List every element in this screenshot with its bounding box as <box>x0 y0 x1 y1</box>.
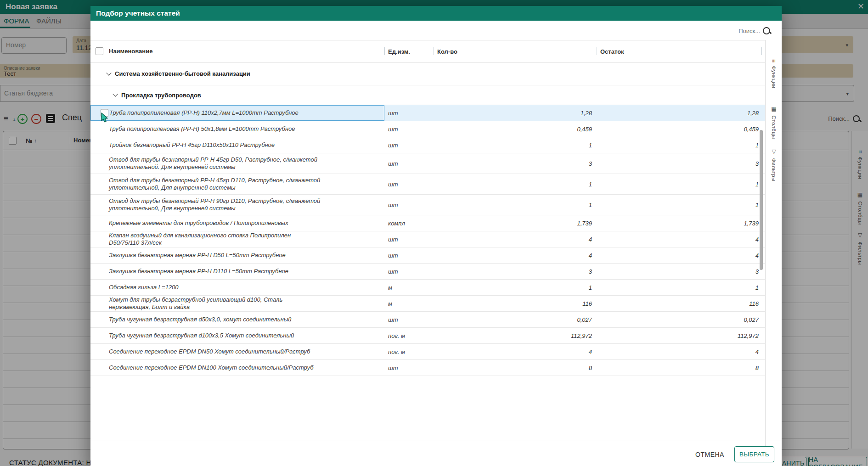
item-qty-cell: 0,459 <box>434 121 597 137</box>
item-qty-cell: 1 <box>434 195 597 215</box>
item-qty-cell: 3 <box>434 153 597 174</box>
table-row[interactable]: Клапан воздушный для канализационного ст… <box>90 231 765 247</box>
item-name-cell: Отвод для трубы безнапорный PP-H 45гр D1… <box>90 174 384 194</box>
table-row[interactable]: Заглушка безнапорная мерная PP-H D110 L=… <box>90 264 765 280</box>
item-rest-cell: 116 <box>597 296 765 311</box>
item-qty-cell: 4 <box>434 231 597 247</box>
column-name[interactable]: Наименование <box>109 48 152 55</box>
item-rest-cell: 3 <box>597 153 765 174</box>
search-icon[interactable] <box>763 27 770 34</box>
table-row[interactable]: Крепежные элементы для трубопроводов / П… <box>90 215 765 231</box>
item-qty-cell: 0,027 <box>434 312 597 327</box>
item-rest-cell: 1 <box>597 195 765 215</box>
column-rest[interactable]: Остаток <box>600 48 624 55</box>
group-name: Система хозяйственно-бытовой канализации <box>115 70 250 77</box>
functions-icon: ≡ <box>771 59 777 63</box>
item-qty-cell: 1,739 <box>434 215 597 231</box>
side-tab-filters[interactable]: ▽Фильтры <box>771 148 777 181</box>
item-qty-cell: 8 <box>434 360 597 376</box>
modal-search[interactable]: Поиск... <box>738 27 770 34</box>
item-name-cell: Труба чугунная безраструбная d50х3,0, хо… <box>90 312 384 327</box>
item-unit-cell: шт <box>384 312 434 327</box>
item-name-cell: Тройник безнапорный PP-H 45гр D110х50х11… <box>90 137 384 153</box>
item-qty-cell: 4 <box>434 247 597 263</box>
table-row[interactable]: Труба чугунная безраструбная d100х3,5 Хо… <box>90 328 765 344</box>
modal-titlebar: Подбор учетных статей <box>90 6 782 21</box>
vertical-scrollbar[interactable] <box>760 130 763 270</box>
item-name-cell: Соединение переходное EPDM DN100 Хомут с… <box>90 360 384 376</box>
select-all-checkbox[interactable] <box>96 47 103 55</box>
group-row[interactable]: Система хозяйственно-бытовой канализации <box>90 62 765 85</box>
item-name-cell: Хомут для трубы безраструбной усиливающи… <box>90 296 384 311</box>
item-name-cell: Заглушка безнапорная мерная PP-H D50 L=5… <box>90 247 384 263</box>
cursor-pointer-icon <box>101 112 109 123</box>
modal-title: Подбор учетных статей <box>96 9 180 17</box>
item-unit-cell: шт <box>384 153 434 174</box>
table-row[interactable]: Заглушка безнапорная мерная PP-H D50 L=5… <box>90 247 765 264</box>
group-row[interactable]: Прокладка трубопроводов <box>90 85 765 105</box>
modal-footer: ОТМЕНА ВЫБРАТЬ <box>90 440 782 466</box>
side-tab-columns[interactable]: ▦Столбцы <box>771 106 777 139</box>
item-rest-cell: 0,459 <box>597 121 765 137</box>
item-qty-cell: 116 <box>434 296 597 311</box>
chevron-down-icon[interactable] <box>113 91 118 96</box>
column-divider <box>384 47 385 55</box>
item-qty-cell: 112,972 <box>434 328 597 343</box>
item-name-cell: Клапан воздушный для канализационного ст… <box>90 231 384 247</box>
item-rest-cell: 3 <box>597 264 765 279</box>
cancel-button[interactable]: ОТМЕНА <box>695 451 724 458</box>
item-rest-cell: 0,027 <box>597 312 765 327</box>
item-name-cell: Обсадная гильза L=1200 <box>90 280 384 295</box>
item-rest-cell: 1,28 <box>597 105 765 121</box>
item-name-cell: Заглушка безнапорная мерная PP-H D110 L=… <box>90 264 384 279</box>
item-unit-cell: шт <box>384 174 434 194</box>
table-row[interactable]: Отвод для трубы безнапорный PP-H 45гр D5… <box>90 153 765 174</box>
table-row[interactable]: Отвод для трубы безнапорный PP-H 90гр D1… <box>90 195 765 215</box>
column-divider <box>597 47 597 55</box>
column-divider <box>434 47 434 55</box>
item-unit-cell: шт <box>384 121 434 137</box>
item-name-cell: Труба полипропиленовая (PP-H) 110х2,7мм … <box>90 105 384 121</box>
table-row[interactable]: Соединение переходное EPDM DN50 Хомут со… <box>90 344 765 360</box>
application-window: Новая заявка ✕ ФОРМА ФАЙЛЫ Номер Дата 11… <box>0 0 868 466</box>
table-row[interactable]: Труба чугунная безраструбная d50х3,0, хо… <box>90 312 765 328</box>
item-qty-cell: 4 <box>434 344 597 359</box>
item-unit-cell: пог. м <box>384 328 434 343</box>
selection-modal: Подбор учетных статей Поиск... Наименова… <box>90 6 782 466</box>
item-unit-cell: шт <box>384 247 434 263</box>
column-qty[interactable]: Кол-во <box>437 48 457 55</box>
item-rest-cell: 112,972 <box>597 328 765 343</box>
item-rest-cell: 4 <box>597 231 765 247</box>
item-unit-cell: шт <box>384 264 434 279</box>
column-divider <box>761 47 762 55</box>
item-rest-cell: 4 <box>597 247 765 263</box>
search-placeholder: Поиск... <box>738 28 760 34</box>
filters-icon: ▽ <box>771 148 777 155</box>
table-row[interactable]: Труба полипропиленовая (PP-H) 110х2,7мм … <box>90 105 765 121</box>
item-name-cell: Отвод для трубы безнапорный PP-H 90гр D1… <box>90 195 384 215</box>
table-header-row: Наименование Ед.изм. Кол-во Остаток <box>90 40 765 62</box>
chevron-down-icon[interactable] <box>106 70 111 75</box>
table-row[interactable]: Обсадная гильза L=1200м11 <box>90 280 765 296</box>
item-unit-cell: шт <box>384 195 434 215</box>
item-name-cell: Труба полипропиленовая (PP-H) 50х1,8мм L… <box>90 121 384 137</box>
group-name: Прокладка трубопроводов <box>121 92 201 99</box>
item-name-cell: Соединение переходное EPDM DN50 Хомут со… <box>90 344 384 359</box>
item-rest-cell: 1 <box>597 280 765 295</box>
items-table: Наименование Ед.изм. Кол-во Остаток Сист… <box>90 40 765 376</box>
item-unit-cell: пог. м <box>384 344 434 359</box>
column-unit[interactable]: Ед.изм. <box>388 48 410 55</box>
item-qty-cell: 1 <box>434 137 597 153</box>
table-row[interactable]: Соединение переходное EPDM DN100 Хомут с… <box>90 360 765 376</box>
table-row[interactable]: Труба полипропиленовая (PP-H) 50х1,8мм L… <box>90 121 765 137</box>
modal-table-body: Система хозяйственно-бытовой канализации… <box>90 62 765 376</box>
table-row[interactable]: Отвод для трубы безнапорный PP-H 45гр D1… <box>90 174 765 195</box>
item-rest-cell: 8 <box>597 360 765 376</box>
side-tab-functions[interactable]: ≡Функции <box>771 59 777 88</box>
table-row[interactable]: Хомут для трубы безраструбной усиливающи… <box>90 296 765 312</box>
item-rest-cell: 1 <box>597 174 765 194</box>
table-row[interactable]: Тройник безнапорный PP-H 45гр D110х50х11… <box>90 137 765 153</box>
select-button[interactable]: ВЫБРАТЬ <box>734 446 774 462</box>
item-rest-cell: 1 <box>597 137 765 153</box>
item-name-cell: Труба чугунная безраструбная d100х3,5 Хо… <box>90 328 384 343</box>
